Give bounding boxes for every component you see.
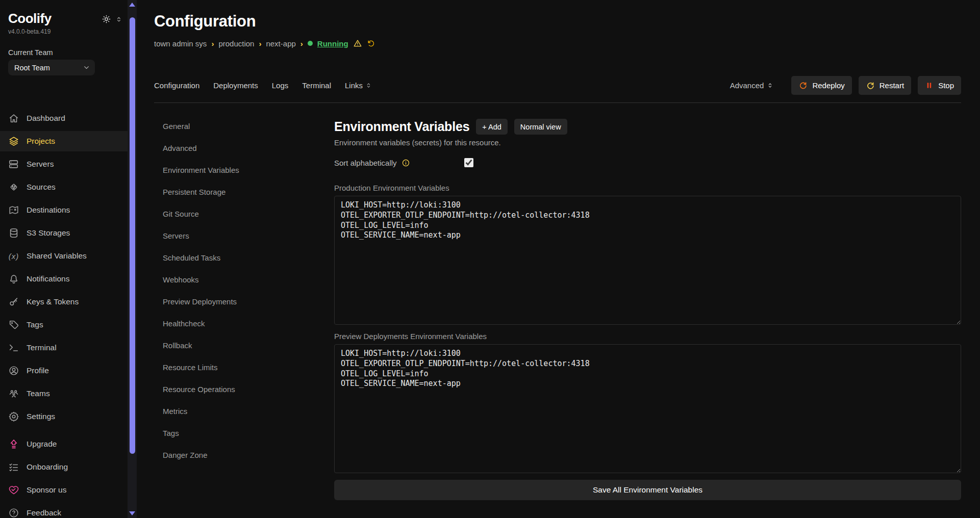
subnav-advanced[interactable]: Advanced [163, 143, 334, 153]
subnav-resource-operations[interactable]: Resource Operations [163, 384, 334, 395]
env-variables-panel: Environment Variables + Add Normal view … [334, 103, 961, 500]
map-icon [8, 204, 19, 216]
subnav-rollback[interactable]: Rollback [163, 341, 334, 351]
scrollbar-down-arrow[interactable] [129, 511, 135, 515]
tab-terminal[interactable]: Terminal [302, 81, 331, 90]
tab-configuration[interactable]: Configuration [154, 81, 199, 90]
breadcrumb-project[interactable]: town admin sys [154, 39, 207, 48]
action-buttons: Advanced Redeploy Restart [730, 76, 961, 95]
tab-links[interactable]: Links [345, 81, 372, 90]
theme-selector-chevrons-icon[interactable] [115, 16, 122, 23]
subnav-scheduled-tasks[interactable]: Scheduled Tasks [163, 253, 334, 263]
chevron-right-icon: › [211, 39, 214, 48]
sidebar-item-label: Keys & Tokens [27, 297, 79, 306]
subnav-webhooks[interactable]: Webhooks [163, 275, 334, 285]
production-env-textarea[interactable] [334, 196, 961, 325]
sidebar-item-settings[interactable]: Settings [0, 406, 128, 427]
restart-button[interactable]: Restart [859, 76, 911, 95]
pause-icon [925, 81, 934, 90]
sidebar-item-profile[interactable]: Profile [0, 360, 128, 381]
sort-row: Sort alphabetically [334, 158, 961, 167]
sidebar-item-destinations[interactable]: Destinations [0, 200, 128, 220]
advanced-dropdown[interactable]: Advanced [730, 81, 774, 90]
info-icon[interactable] [401, 159, 410, 167]
chevrons-up-down-icon [365, 82, 372, 89]
home-icon [8, 113, 19, 124]
tag-icon [8, 319, 19, 330]
sidebar-scrollbar[interactable] [128, 0, 137, 518]
add-button[interactable]: + Add [476, 119, 508, 135]
sidebar-item-shared-variables[interactable]: (x) Shared Variables [0, 246, 128, 266]
save-all-button[interactable]: Save All Environment Variables [334, 480, 961, 500]
sort-checkbox[interactable] [464, 158, 473, 167]
sidebar-item-dashboard[interactable]: Dashboard [0, 108, 128, 128]
subnav-metrics[interactable]: Metrics [163, 406, 334, 417]
status-badge[interactable]: Running [317, 39, 348, 48]
sidebar-item-label: Tags [27, 320, 43, 329]
sidebar-item-terminal[interactable]: Terminal [0, 338, 128, 358]
view-toggle-button[interactable]: Normal view [514, 119, 567, 135]
subnav-servers[interactable]: Servers [163, 231, 334, 241]
sidebar-item-feedback[interactable]: Feedback [0, 503, 128, 518]
panel-description: Environment variables (secrets) for this… [334, 138, 961, 147]
app-version: v4.0.0-beta.419 [8, 28, 52, 35]
subnav-preview-deployments[interactable]: Preview Deployments [163, 297, 334, 307]
gear-icon [8, 411, 19, 422]
sidebar-nav: Dashboard Projects Servers Sources Desti… [0, 108, 128, 518]
redeploy-button[interactable]: Redeploy [791, 76, 851, 95]
subnav-general[interactable]: General [163, 121, 334, 132]
checklist-icon [8, 461, 19, 473]
sidebar-item-sources[interactable]: Sources [0, 177, 128, 197]
breadcrumb-environment[interactable]: production [218, 39, 254, 48]
sidebar-item-label: Servers [27, 160, 54, 169]
upgrade-arrow-icon [8, 438, 19, 450]
sidebar-item-notifications[interactable]: Notifications [0, 269, 128, 289]
sidebar-item-onboarding[interactable]: Onboarding [0, 457, 128, 477]
database-icon [8, 227, 19, 239]
subnav-healthcheck[interactable]: Healthcheck [163, 319, 334, 329]
layers-icon [8, 136, 19, 147]
tab-deployments[interactable]: Deployments [213, 81, 258, 90]
breadcrumb: town admin sys › production › next-app ›… [154, 39, 961, 48]
breadcrumb-app[interactable]: next-app [266, 39, 295, 48]
subnav-git-source[interactable]: Git Source [163, 209, 334, 219]
sidebar-item-keys-tokens[interactable]: Keys & Tokens [0, 292, 128, 312]
sidebar-item-tags[interactable]: Tags [0, 315, 128, 335]
sidebar-item-label: S3 Storages [27, 228, 70, 238]
subnav-danger-zone[interactable]: Danger Zone [163, 450, 334, 460]
sidebar-item-label: Projects [27, 137, 55, 146]
subnav-environment-variables[interactable]: Environment Variables [163, 165, 334, 175]
panel-title: Environment Variables [334, 119, 469, 134]
sidebar-item-label: Shared Variables [27, 251, 87, 261]
heart-icon [8, 484, 19, 496]
sidebar-item-label: Destinations [27, 205, 70, 215]
sort-label: Sort alphabetically [334, 159, 397, 167]
sidebar-item-label: Sponsor us [27, 485, 66, 495]
sidebar-item-sponsor-us[interactable]: Sponsor us [0, 480, 128, 500]
sidebar-item-label: Notifications [27, 274, 69, 283]
sidebar-item-label: Settings [27, 412, 55, 421]
refresh-icon[interactable] [367, 39, 375, 48]
help-circle-icon [8, 507, 19, 518]
sidebar-item-upgrade[interactable]: Upgrade [0, 434, 128, 454]
subnav-tags[interactable]: Tags [163, 428, 334, 438]
scrollbar-thumb[interactable] [130, 17, 135, 454]
preview-env-textarea[interactable] [334, 344, 961, 473]
restart-icon [866, 81, 875, 90]
git-source-icon [8, 182, 19, 193]
subnav-persistent-storage[interactable]: Persistent Storage [163, 187, 334, 197]
stop-button[interactable]: Stop [918, 76, 961, 95]
terminal-icon [8, 342, 19, 353]
sidebar-item-s3-storages[interactable]: S3 Storages [0, 223, 128, 243]
sidebar-item-teams[interactable]: Teams [0, 383, 128, 404]
subnav-resource-limits[interactable]: Resource Limits [163, 362, 334, 373]
sidebar-item-projects[interactable]: Projects [0, 131, 128, 151]
tab-logs[interactable]: Logs [272, 81, 289, 90]
theme-sun-icon[interactable] [102, 14, 111, 24]
scrollbar-up-arrow[interactable] [129, 3, 135, 7]
server-icon [8, 159, 19, 170]
chevron-down-icon [83, 64, 90, 71]
team-select[interactable]: Root Team [8, 60, 95, 75]
sidebar-item-servers[interactable]: Servers [0, 154, 128, 174]
current-team-label: Current Team [8, 48, 119, 57]
